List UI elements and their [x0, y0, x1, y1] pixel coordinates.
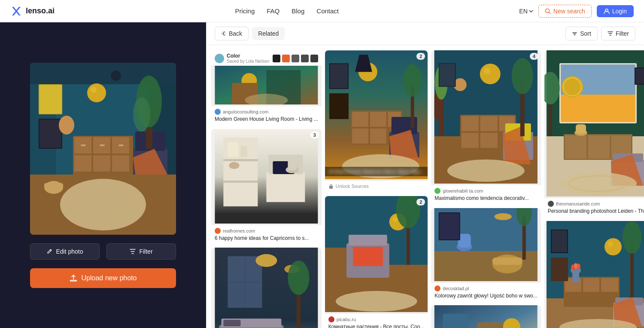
source-favicon: [215, 109, 221, 115]
source-favicon-col3-1: [434, 188, 440, 194]
svg-rect-90: [329, 186, 333, 189]
card-badge-col2-2: 2: [416, 199, 425, 205]
room-image: [30, 63, 176, 235]
back-button[interactable]: Back: [215, 27, 249, 40]
sort-button[interactable]: Sort: [565, 27, 598, 40]
svg-point-0: [545, 9, 549, 12]
card-col3-item2[interactable]: decosklad.pl Kolorowy zawrót głowy! Ugoś…: [431, 208, 541, 302]
masonry-container: Color Saved by Lola Nielsen: [206, 45, 644, 328]
header: lenso.ai Pricing FAQ Blog Contact EN New…: [0, 0, 644, 22]
svg-point-32: [91, 87, 97, 93]
card-col4-item2[interactable]: [544, 221, 644, 328]
filter-button-right[interactable]: Filter: [601, 27, 635, 40]
language-selector[interactable]: EN: [519, 8, 533, 15]
svg-point-108: [484, 67, 491, 74]
svg-rect-85: [330, 64, 348, 88]
card-title-1: Modern Green House Living Room - Living …: [215, 116, 318, 123]
card-col3-item3[interactable]: [431, 305, 541, 328]
card-col1-item1[interactable]: Color Saved by Lola Nielsen: [211, 50, 322, 126]
nav-faq[interactable]: FAQ: [267, 7, 279, 15]
svg-point-126: [512, 58, 533, 94]
nav-pricing[interactable]: Pricing: [235, 7, 255, 15]
card-footer-2: realhomes.com 6 happy home ideas for Cap…: [211, 225, 322, 245]
card-image-col3-3: [431, 305, 541, 328]
action-icon-4: [301, 55, 309, 62]
toolbar: Back Related Sort Filter: [206, 22, 644, 45]
color-header: Color Saved by Lola Nielsen: [211, 50, 322, 66]
left-panel: Edit photo Filter Upload new photo: [0, 22, 206, 328]
svg-rect-112: [480, 116, 498, 131]
svg-rect-181: [551, 257, 568, 281]
svg-rect-27: [39, 120, 61, 148]
svg-rect-74: [352, 112, 368, 127]
card-title-col4-1: Personal branding photoshoot Leiden - Th…: [548, 208, 644, 215]
svg-line-38: [50, 250, 51, 251]
login-button[interactable]: Login: [597, 5, 634, 17]
grid-col-3: 4 glowrehabili ta.com Maximalismo como t…: [431, 50, 541, 328]
svg-line-1: [549, 12, 550, 14]
svg-rect-65: [223, 320, 240, 326]
svg-point-176: [608, 242, 613, 247]
card-footer-1: anguloconsulting.com Modern Green House …: [211, 106, 322, 126]
logo[interactable]: lenso.ai: [10, 5, 55, 17]
card-col1-item2[interactable]: 3 realhomes.com 6 happy home ideas for C…: [211, 129, 322, 245]
source-favicon-col3-2: [434, 285, 440, 291]
blurred-title-banner: 25 Bold Eclectic Bedroom Décor Ideas Dig…: [325, 167, 428, 176]
card-footer-col3-2: decosklad.pl Kolorowy zawrót głowy! Ugoś…: [431, 283, 541, 302]
main-nav: Pricing FAQ Blog Contact: [235, 7, 339, 15]
svg-rect-25: [39, 85, 61, 113]
card-col4-item1[interactable]: theomanusaride.com Personal branding pho…: [544, 50, 644, 218]
svg-rect-16: [100, 144, 105, 146]
action-icon-3: [292, 55, 299, 62]
svg-rect-36: [97, 172, 118, 176]
related-button[interactable]: Related: [252, 27, 285, 40]
svg-rect-140: [443, 314, 469, 328]
svg-rect-13: [93, 155, 110, 172]
edit-icon: [46, 248, 52, 254]
card-badge-col3-1: 4: [530, 53, 538, 60]
svg-rect-173: [583, 278, 599, 292]
svg-rect-96: [353, 247, 383, 266]
filter-button-left[interactable]: Filter: [106, 243, 176, 260]
sort-icon: [572, 31, 577, 37]
color-label: Color: [227, 53, 270, 59]
svg-rect-60: [228, 281, 262, 283]
svg-rect-48: [223, 181, 258, 183]
main-image-container: [30, 63, 176, 235]
svg-rect-49: [228, 142, 238, 157]
card-col2-item2[interactable]: 2 picabu.ru Комнатные растения - Все пос…: [325, 196, 428, 328]
svg-rect-35: [44, 183, 63, 188]
source-favicon-col4-1: [548, 201, 554, 207]
nav-contact[interactable]: Contact: [316, 7, 339, 15]
card-image-col4-1: [544, 50, 644, 196]
svg-rect-17: [118, 144, 124, 146]
svg-rect-156: [576, 124, 586, 134]
toolbar-right: Sort Filter: [565, 27, 635, 40]
svg-rect-78: [370, 129, 386, 144]
card-title-col2-2: Комнатные растения - Все посты. Соо...: [328, 324, 425, 328]
card-source-2: realhomes.com: [215, 228, 318, 234]
card-col1-item3[interactable]: luminesy.co.uk Ay Illuminate Plum 80 Pen…: [211, 248, 322, 328]
logo-icon: [10, 5, 22, 17]
card-col2-item1[interactable]: 2 25 Bold Eclectic Bedroom Décor Ideas D…: [325, 50, 428, 193]
card-footer-col2-2: picabu.ru Комнатные растения - Все посты…: [325, 314, 428, 328]
svg-rect-52: [266, 172, 305, 202]
upload-photo-button[interactable]: Upload new photo: [30, 268, 176, 288]
card-col3-item1[interactable]: 4 glowrehabili ta.com Maximalismo como t…: [431, 50, 541, 205]
card-source-col3-1: glowrehabili ta.com: [434, 188, 537, 194]
card-image-3: [211, 248, 322, 328]
edit-photo-button[interactable]: Edit photo: [30, 243, 100, 260]
card-source-col3-2: decosklad.pl: [434, 285, 537, 291]
new-search-button[interactable]: New search: [538, 5, 592, 18]
nav-blog[interactable]: Blog: [292, 7, 304, 15]
source-favicon-col2-2: [328, 316, 334, 322]
card-image-col3-1: [431, 50, 541, 184]
svg-rect-114: [462, 133, 479, 148]
card-image-2: [211, 129, 322, 224]
back-arrow-icon: [221, 31, 226, 36]
action-buttons: Edit photo Filter: [30, 243, 176, 260]
card-image-col4-2: [544, 221, 644, 328]
svg-rect-135: [440, 213, 459, 239]
svg-point-89: [403, 64, 422, 97]
svg-rect-174: [601, 278, 618, 292]
